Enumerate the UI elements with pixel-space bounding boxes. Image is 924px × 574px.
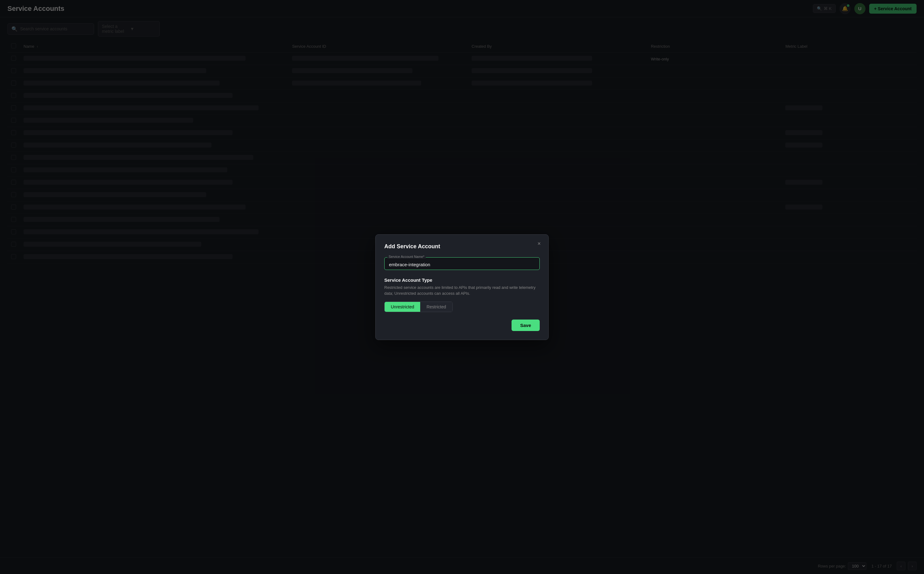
modal-overlay[interactable]: Add Service Account × Service Account Na… (0, 0, 924, 574)
account-type-title: Service Account Type (384, 278, 540, 283)
add-service-account-modal: Add Service Account × Service Account Na… (375, 234, 549, 340)
save-button[interactable]: Save (512, 320, 540, 331)
modal-close-button[interactable]: × (535, 240, 544, 248)
account-type-desc: Restricted service accounts are limited … (384, 284, 540, 296)
service-account-name-input[interactable] (384, 257, 540, 270)
unrestricted-button[interactable]: Unrestricted (385, 302, 420, 312)
account-type-toggle: Unrestricted Restricted (384, 301, 453, 312)
account-type-section: Service Account Type Restricted service … (384, 278, 540, 312)
modal-footer: Save (384, 320, 540, 331)
name-label: Service Account Name* (387, 255, 426, 259)
restricted-button[interactable]: Restricted (420, 302, 452, 312)
name-form-group: Service Account Name* (384, 257, 540, 270)
modal-title: Add Service Account (384, 243, 540, 250)
